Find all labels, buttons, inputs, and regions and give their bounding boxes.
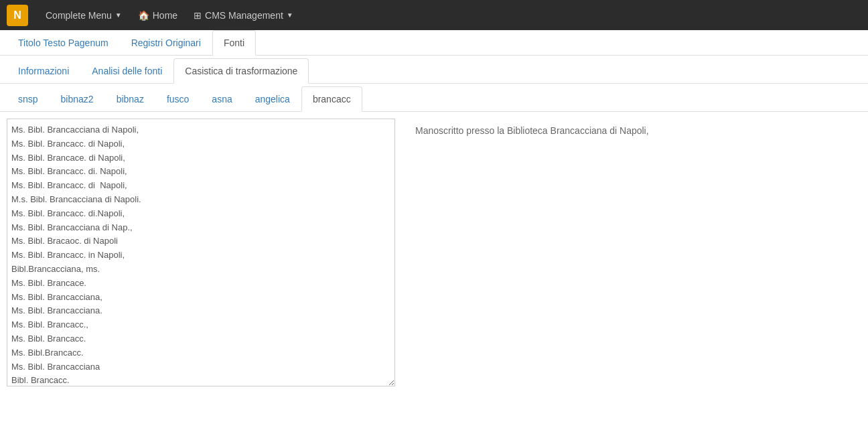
tab-bibnaz[interactable]: bibnaz <box>105 86 155 112</box>
tab-titolo-testo[interactable]: Titolo Testo Pagenum <box>7 30 120 56</box>
tab-fusco[interactable]: fusco <box>155 86 200 112</box>
complete-menu-caret-icon: ▼ <box>115 11 122 19</box>
tab-fonti[interactable]: Fonti <box>212 30 256 56</box>
brand-logo: N <box>7 5 28 26</box>
navbar-home-label: Home <box>153 10 177 21</box>
tab-analisi-delle-fonti[interactable]: Analisi delle fonti <box>80 58 173 84</box>
navbar-cms-label: CMS Management <box>205 10 283 21</box>
cms-icon: ⊞ <box>194 10 202 21</box>
navbar: N Complete Menu ▼ 🏠 Home ⊞ CMS Managemen… <box>0 0 868 30</box>
tab-informazioni[interactable]: Informazioni <box>7 58 80 84</box>
content-area: Manoscritto presso la Biblioteca Brancac… <box>0 112 868 393</box>
navbar-complete-menu-label: Complete Menu <box>46 10 112 21</box>
right-panel: Manoscritto presso la Biblioteca Brancac… <box>409 119 861 386</box>
main-content: Titolo Testo Pagenum Registri Originari … <box>0 30 868 393</box>
tab-angelica[interactable]: angelica <box>244 86 301 112</box>
tab-bar-level1: Titolo Testo Pagenum Registri Originari … <box>0 30 868 56</box>
tab-bar-level2: Informazioni Analisi delle fonti Casisti… <box>0 58 868 84</box>
tab-asna[interactable]: asna <box>200 86 243 112</box>
tab-bar-level3: snsp bibnaz2 bibnaz fusco asna angelica … <box>0 86 868 112</box>
navbar-complete-menu[interactable]: Complete Menu ▼ <box>38 0 130 30</box>
variants-list-textarea[interactable] <box>7 119 395 386</box>
tab-snsp[interactable]: snsp <box>7 86 50 112</box>
right-panel-text: Manoscritto presso la Biblioteca Brancac… <box>415 125 649 136</box>
tab-bibnaz2[interactable]: bibnaz2 <box>50 86 105 112</box>
navbar-cms-management[interactable]: ⊞ CMS Management ▼ <box>186 0 301 30</box>
cms-caret-icon: ▼ <box>287 11 293 19</box>
tab-casistica-di-trasformazione[interactable]: Casistica di trasformazione <box>173 58 309 84</box>
navbar-home[interactable]: 🏠 Home <box>130 0 186 30</box>
tab-brancacc[interactable]: brancacc <box>301 86 362 112</box>
home-icon: 🏠 <box>138 10 149 21</box>
tab-registri-originari[interactable]: Registri Originari <box>120 30 212 56</box>
